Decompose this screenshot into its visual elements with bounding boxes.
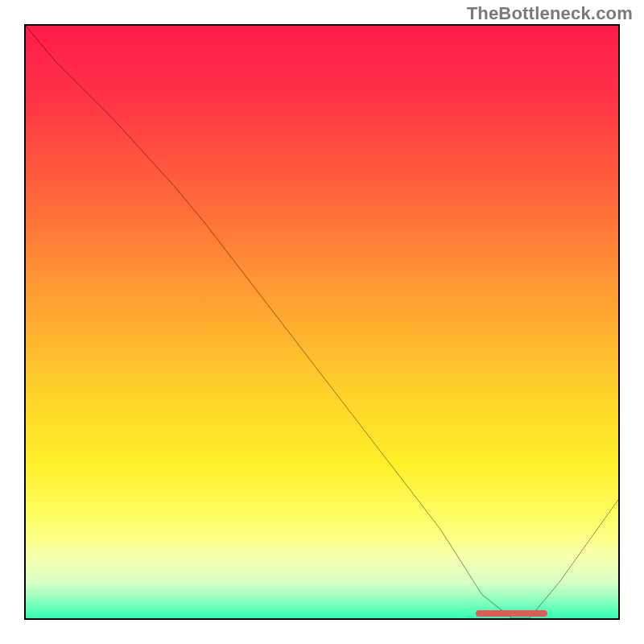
watermark-text: TheBottleneck.com (467, 3, 633, 24)
optimal-range-bar (476, 610, 547, 617)
chart-container: TheBottleneck.com (0, 0, 644, 644)
plot-area (24, 24, 620, 620)
bottleneck-curve (26, 26, 618, 618)
